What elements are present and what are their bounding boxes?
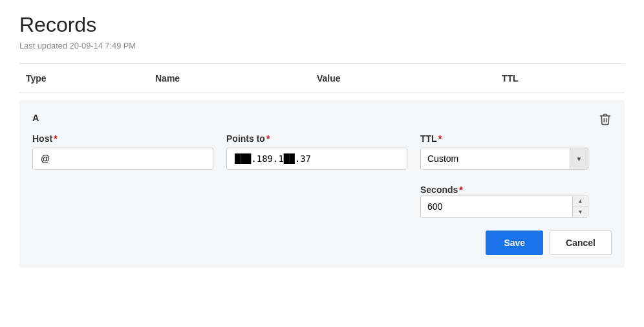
cancel-button[interactable]: Cancel xyxy=(550,231,612,255)
host-group: Host* xyxy=(32,133,213,170)
save-button[interactable]: Save xyxy=(486,231,543,255)
seconds-spinners: ▲ ▼ xyxy=(572,196,588,217)
points-to-required-star: * xyxy=(266,133,270,144)
record-type: A xyxy=(32,113,612,123)
host-required-star: * xyxy=(54,133,57,144)
ttl-label: TTL* xyxy=(420,133,588,144)
host-label: Host* xyxy=(32,133,213,144)
delete-record-button[interactable] xyxy=(596,110,614,130)
col-type: Type xyxy=(19,71,149,86)
table-header: Type Name Value TTL xyxy=(19,63,625,93)
col-value: Value xyxy=(310,71,495,86)
col-ttl: TTL xyxy=(495,71,625,86)
seconds-required-star: * xyxy=(459,185,462,195)
ttl-required-star: * xyxy=(438,133,442,144)
form-fields-row: Host* Points to* TTL* Automatic Custom xyxy=(32,133,612,218)
points-to-label: Points to* xyxy=(226,133,407,144)
seconds-increment-button[interactable]: ▲ xyxy=(573,196,588,207)
action-buttons: Save Cancel xyxy=(32,231,612,255)
page-title: Records xyxy=(19,13,625,37)
seconds-label: Seconds* xyxy=(420,185,463,195)
last-updated-text: Last updated 20-09-14 7:49 PM xyxy=(19,41,625,51)
seconds-input[interactable] xyxy=(421,196,572,217)
seconds-section: Seconds* ▲ ▼ xyxy=(420,184,588,218)
seconds-input-container: ▲ ▼ xyxy=(420,196,588,218)
seconds-decrement-button[interactable]: ▼ xyxy=(573,207,588,218)
ttl-select[interactable]: Automatic Custom 5 min 10 min 30 min 1 h… xyxy=(421,148,570,169)
ttl-select-container: Automatic Custom 5 min 10 min 30 min 1 h… xyxy=(420,148,588,170)
host-input[interactable] xyxy=(32,148,213,170)
points-to-group: Points to* xyxy=(226,133,407,170)
record-row: A Host* Points to* TTL* xyxy=(19,100,625,268)
ttl-select-arrow-icon xyxy=(570,148,588,169)
ttl-group: TTL* Automatic Custom 5 min 10 min 30 mi… xyxy=(420,133,588,218)
points-to-input[interactable] xyxy=(226,148,407,170)
col-name: Name xyxy=(149,71,310,86)
